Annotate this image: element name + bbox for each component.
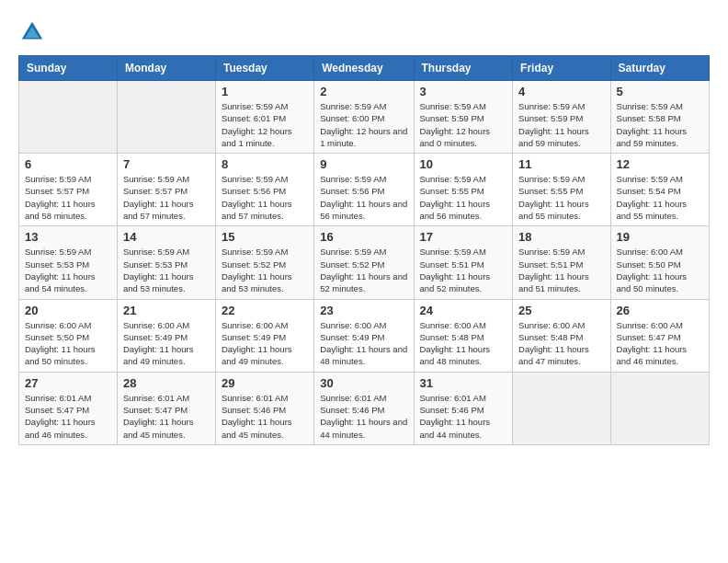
calendar-cell bbox=[117, 81, 215, 154]
day-number: 17 bbox=[420, 230, 507, 244]
day-number: 4 bbox=[518, 85, 604, 98]
cell-info: Sunrise: 6:00 AM Sunset: 5:47 PM Dayligh… bbox=[617, 319, 703, 368]
cell-info: Sunrise: 5:59 AM Sunset: 5:53 PM Dayligh… bbox=[25, 246, 111, 294]
calendar-cell: 19Sunrise: 6:00 AM Sunset: 5:50 PM Dayli… bbox=[610, 226, 709, 299]
cell-info: Sunrise: 6:00 AM Sunset: 5:49 PM Dayligh… bbox=[320, 319, 407, 368]
calendar-cell: 17Sunrise: 5:59 AM Sunset: 5:51 PM Dayli… bbox=[414, 226, 513, 299]
calendar-cell: 21Sunrise: 6:00 AM Sunset: 5:49 PM Dayli… bbox=[117, 299, 215, 372]
calendar-cell: 15Sunrise: 5:59 AM Sunset: 5:52 PM Dayli… bbox=[215, 226, 313, 299]
page-header bbox=[18, 18, 710, 46]
day-of-week-header: Friday bbox=[513, 56, 610, 81]
calendar-cell: 1Sunrise: 5:59 AM Sunset: 6:01 PM Daylig… bbox=[215, 81, 313, 154]
cell-info: Sunrise: 6:01 AM Sunset: 5:46 PM Dayligh… bbox=[420, 392, 507, 441]
day-number: 25 bbox=[518, 304, 604, 317]
calendar-cell: 11Sunrise: 5:59 AM Sunset: 5:55 PM Dayli… bbox=[513, 154, 610, 226]
calendar-cell: 5Sunrise: 5:59 AM Sunset: 5:58 PM Daylig… bbox=[610, 81, 709, 154]
cell-info: Sunrise: 5:59 AM Sunset: 6:01 PM Dayligh… bbox=[222, 100, 308, 149]
day-number: 9 bbox=[320, 157, 407, 171]
day-number: 1 bbox=[222, 85, 308, 98]
cell-info: Sunrise: 5:59 AM Sunset: 5:55 PM Dayligh… bbox=[518, 173, 604, 222]
cell-info: Sunrise: 5:59 AM Sunset: 5:58 PM Dayligh… bbox=[617, 100, 703, 149]
calendar-cell: 29Sunrise: 6:01 AM Sunset: 5:46 PM Dayli… bbox=[215, 372, 313, 444]
calendar-cell: 12Sunrise: 5:59 AM Sunset: 5:54 PM Dayli… bbox=[610, 154, 709, 226]
day-of-week-header: Monday bbox=[117, 56, 215, 81]
calendar-cell: 14Sunrise: 5:59 AM Sunset: 5:53 PM Dayli… bbox=[117, 226, 215, 299]
cell-info: Sunrise: 5:59 AM Sunset: 5:56 PM Dayligh… bbox=[222, 173, 308, 222]
calendar-week-row: 13Sunrise: 5:59 AM Sunset: 5:53 PM Dayli… bbox=[19, 226, 710, 299]
day-number: 15 bbox=[222, 230, 308, 244]
calendar-cell: 28Sunrise: 6:01 AM Sunset: 5:47 PM Dayli… bbox=[117, 372, 215, 444]
calendar-cell: 7Sunrise: 5:59 AM Sunset: 5:57 PM Daylig… bbox=[117, 154, 215, 226]
cell-info: Sunrise: 6:01 AM Sunset: 5:46 PM Dayligh… bbox=[320, 392, 407, 441]
cell-info: Sunrise: 5:59 AM Sunset: 5:54 PM Dayligh… bbox=[617, 173, 703, 222]
day-number: 31 bbox=[420, 376, 507, 390]
day-number: 23 bbox=[320, 304, 407, 317]
cell-info: Sunrise: 5:59 AM Sunset: 5:53 PM Dayligh… bbox=[123, 246, 210, 294]
day-number: 19 bbox=[617, 230, 703, 244]
day-number: 13 bbox=[25, 230, 111, 244]
calendar-cell: 27Sunrise: 6:01 AM Sunset: 5:47 PM Dayli… bbox=[19, 372, 118, 444]
calendar-cell: 25Sunrise: 6:00 AM Sunset: 5:48 PM Dayli… bbox=[513, 299, 610, 372]
calendar-cell: 18Sunrise: 5:59 AM Sunset: 5:51 PM Dayli… bbox=[513, 226, 610, 299]
day-number: 2 bbox=[320, 85, 407, 98]
day-number: 28 bbox=[123, 376, 210, 390]
day-number: 14 bbox=[123, 230, 210, 244]
day-of-week-header: Saturday bbox=[610, 56, 709, 81]
day-of-week-header: Wednesday bbox=[314, 56, 414, 81]
day-number: 5 bbox=[617, 85, 703, 98]
cell-info: Sunrise: 6:00 AM Sunset: 5:50 PM Dayligh… bbox=[25, 319, 111, 368]
day-number: 18 bbox=[518, 230, 604, 244]
calendar-cell: 20Sunrise: 6:00 AM Sunset: 5:50 PM Dayli… bbox=[19, 299, 118, 372]
calendar-cell bbox=[513, 372, 610, 444]
cell-info: Sunrise: 5:59 AM Sunset: 5:52 PM Dayligh… bbox=[222, 246, 308, 294]
day-number: 27 bbox=[25, 376, 111, 390]
calendar-cell bbox=[610, 372, 709, 444]
calendar-week-row: 27Sunrise: 6:01 AM Sunset: 5:47 PM Dayli… bbox=[19, 372, 710, 444]
day-number: 7 bbox=[123, 157, 210, 171]
calendar-cell: 13Sunrise: 5:59 AM Sunset: 5:53 PM Dayli… bbox=[19, 226, 118, 299]
cell-info: Sunrise: 5:59 AM Sunset: 5:51 PM Dayligh… bbox=[518, 246, 604, 294]
day-number: 12 bbox=[617, 157, 703, 171]
calendar-cell: 22Sunrise: 6:00 AM Sunset: 5:49 PM Dayli… bbox=[215, 299, 313, 372]
day-number: 16 bbox=[320, 230, 407, 244]
cell-info: Sunrise: 5:59 AM Sunset: 5:57 PM Dayligh… bbox=[123, 173, 210, 222]
cell-info: Sunrise: 6:00 AM Sunset: 5:48 PM Dayligh… bbox=[420, 319, 507, 368]
day-number: 20 bbox=[25, 304, 111, 317]
day-number: 11 bbox=[518, 157, 604, 171]
cell-info: Sunrise: 5:59 AM Sunset: 5:59 PM Dayligh… bbox=[420, 100, 507, 149]
cell-info: Sunrise: 5:59 AM Sunset: 5:57 PM Dayligh… bbox=[25, 173, 111, 222]
day-number: 24 bbox=[420, 304, 507, 317]
cell-info: Sunrise: 5:59 AM Sunset: 5:51 PM Dayligh… bbox=[420, 246, 507, 294]
calendar-cell: 23Sunrise: 6:00 AM Sunset: 5:49 PM Dayli… bbox=[314, 299, 414, 372]
calendar-cell: 2Sunrise: 5:59 AM Sunset: 6:00 PM Daylig… bbox=[314, 81, 414, 154]
logo-icon bbox=[18, 18, 46, 46]
cell-info: Sunrise: 5:59 AM Sunset: 6:00 PM Dayligh… bbox=[320, 100, 407, 149]
day-of-week-header: Thursday bbox=[414, 56, 513, 81]
calendar-cell: 4Sunrise: 5:59 AM Sunset: 5:59 PM Daylig… bbox=[513, 81, 610, 154]
day-of-week-header: Tuesday bbox=[215, 56, 313, 81]
calendar-week-row: 20Sunrise: 6:00 AM Sunset: 5:50 PM Dayli… bbox=[19, 299, 710, 372]
calendar-cell: 24Sunrise: 6:00 AM Sunset: 5:48 PM Dayli… bbox=[414, 299, 513, 372]
calendar-cell: 30Sunrise: 6:01 AM Sunset: 5:46 PM Dayli… bbox=[314, 372, 414, 444]
day-number: 21 bbox=[123, 304, 210, 317]
calendar-cell: 3Sunrise: 5:59 AM Sunset: 5:59 PM Daylig… bbox=[414, 81, 513, 154]
day-number: 3 bbox=[420, 85, 507, 98]
cell-info: Sunrise: 5:59 AM Sunset: 5:56 PM Dayligh… bbox=[320, 173, 407, 222]
cell-info: Sunrise: 6:00 AM Sunset: 5:49 PM Dayligh… bbox=[222, 319, 308, 368]
logo bbox=[18, 18, 51, 46]
calendar-cell: 9Sunrise: 5:59 AM Sunset: 5:56 PM Daylig… bbox=[314, 154, 414, 226]
calendar-week-row: 1Sunrise: 5:59 AM Sunset: 6:01 PM Daylig… bbox=[19, 81, 710, 154]
day-number: 6 bbox=[25, 157, 111, 171]
day-number: 29 bbox=[222, 376, 308, 390]
cell-info: Sunrise: 6:00 AM Sunset: 5:49 PM Dayligh… bbox=[123, 319, 210, 368]
day-number: 10 bbox=[420, 157, 507, 171]
day-number: 30 bbox=[320, 376, 407, 390]
day-of-week-header: Sunday bbox=[19, 56, 118, 81]
calendar-table: SundayMondayTuesdayWednesdayThursdayFrid… bbox=[18, 55, 710, 445]
calendar-cell: 10Sunrise: 5:59 AM Sunset: 5:55 PM Dayli… bbox=[414, 154, 513, 226]
calendar-cell: 26Sunrise: 6:00 AM Sunset: 5:47 PM Dayli… bbox=[610, 299, 709, 372]
cell-info: Sunrise: 5:59 AM Sunset: 5:52 PM Dayligh… bbox=[320, 246, 407, 294]
cell-info: Sunrise: 6:01 AM Sunset: 5:47 PM Dayligh… bbox=[25, 392, 111, 441]
cell-info: Sunrise: 6:00 AM Sunset: 5:50 PM Dayligh… bbox=[617, 246, 703, 294]
cell-info: Sunrise: 6:01 AM Sunset: 5:46 PM Dayligh… bbox=[222, 392, 308, 441]
